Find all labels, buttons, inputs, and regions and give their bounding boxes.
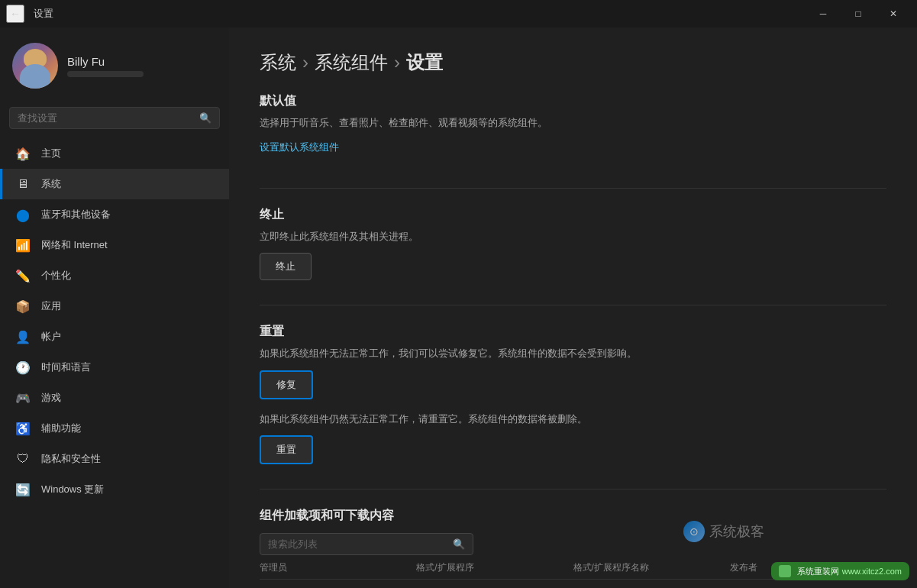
nav-label-home: 主页 [41, 147, 214, 160]
personalization-icon: ✏️ [15, 268, 31, 283]
user-account [67, 71, 144, 77]
addon-search-box[interactable]: 🔍 [260, 533, 473, 555]
nav-label-privacy: 隐私和安全性 [41, 452, 214, 466]
col-header-2: 格式/扩展程序 [416, 561, 573, 574]
minimize-button[interactable]: ─ [806, 2, 841, 26]
accounts-icon: 👤 [15, 329, 31, 344]
nav-label-accessibility: 辅助功能 [41, 422, 214, 435]
search-container: 🔍 [0, 101, 229, 138]
nav-label-update: Windows 更新 [41, 483, 214, 496]
titlebar: ← 设置 ─ □ ✕ [0, 0, 917, 27]
terminate-section: 终止 立即终止此系统组件及其相关进程。 终止 [260, 207, 886, 281]
titlebar-left: ← 设置 [6, 5, 53, 23]
nav-label-accounts: 帐户 [41, 330, 214, 344]
app-container: Billy Fu 🔍 🏠 主页 🖥 系统 ⬤ 蓝牙和其他设备 [0, 27, 917, 588]
terminate-button[interactable]: 终止 [260, 253, 312, 280]
sidebar-item-system[interactable]: 🖥 系统 [0, 169, 229, 199]
addon-title: 组件加载项和可下载内容 [260, 508, 886, 524]
sidebar-item-accessibility[interactable]: ♿ 辅助功能 [0, 413, 229, 444]
terminate-title: 终止 [260, 207, 886, 223]
repair-button[interactable]: 修复 [260, 370, 313, 399]
divider-2 [260, 305, 886, 305]
breadcrumb-sep2: › [394, 52, 400, 73]
breadcrumb-sep1: › [302, 52, 308, 73]
sidebar-item-time[interactable]: 🕐 时间和语言 [0, 352, 229, 383]
sidebar-item-apps[interactable]: 📦 应用 [0, 291, 229, 321]
search-box[interactable]: 🔍 [9, 107, 220, 129]
nav-label-apps: 应用 [41, 299, 214, 313]
nav-label-personalization: 个性化 [41, 269, 214, 283]
defaults-desc: 选择用于听音乐、查看照片、检查邮件、观看视频等的系统组件。 [260, 115, 886, 131]
breadcrumb-part2: 系统组件 [315, 50, 388, 75]
reset-desc1: 如果此系统组件无法正常工作，我们可以尝试修复它。系统组件的数据不会受到影响。 [260, 346, 886, 361]
divider-1 [260, 188, 886, 189]
brand-url: www.xitcz2.com [842, 567, 902, 576]
time-icon: 🕐 [15, 360, 31, 375]
apps-icon: 📦 [15, 299, 31, 314]
bluetooth-icon: ⬤ [15, 207, 31, 222]
sidebar-nav: 🏠 主页 🖥 系统 ⬤ 蓝牙和其他设备 📶 网络和 Internet ✏️ 个性… [0, 138, 229, 505]
sidebar-item-network[interactable]: 📶 网络和 Internet [0, 230, 229, 260]
terminate-desc: 立即终止此系统组件及其相关进程。 [260, 229, 886, 244]
system-icon: 🖥 [15, 176, 31, 192]
defaults-title: 默认值 [260, 93, 886, 109]
col-header-3: 格式/扩展程序名称 [573, 561, 730, 574]
sidebar-item-accounts[interactable]: 👤 帐户 [0, 321, 229, 352]
close-button[interactable]: ✕ [876, 2, 911, 26]
sidebar-item-update[interactable]: 🔄 Windows 更新 [0, 474, 229, 505]
defaults-link[interactable]: 设置默认系统组件 [260, 141, 339, 154]
back-button[interactable]: ← [6, 5, 24, 23]
sidebar-item-bluetooth[interactable]: ⬤ 蓝牙和其他设备 [0, 199, 229, 230]
reset-desc2: 如果此系统组件仍然无法正常工作，请重置它。系统组件的数据将被删除。 [260, 412, 886, 427]
nav-label-bluetooth: 蓝牙和其他设备 [41, 208, 214, 221]
sidebar: Billy Fu 🔍 🏠 主页 🖥 系统 ⬤ 蓝牙和其他设备 [0, 27, 229, 588]
brand-text: 系统重装网 [797, 566, 839, 577]
sidebar-item-home[interactable]: 🏠 主页 [0, 138, 229, 169]
sidebar-item-personalization[interactable]: ✏️ 个性化 [0, 260, 229, 291]
reset-section: 重置 如果此系统组件无法正常工作，我们可以尝试修复它。系统组件的数据不会受到影响… [260, 324, 886, 464]
sidebar-item-gaming[interactable]: 🎮 游戏 [0, 383, 229, 413]
main-content: 系统 › 系统组件 › 设置 默认值 选择用于听音乐、查看照片、检查邮件、观看视… [229, 27, 917, 588]
nav-label-system: 系统 [41, 177, 214, 191]
user-name: Billy Fu [67, 55, 217, 68]
search-icon: 🔍 [199, 112, 211, 124]
addon-search-icon: 🔍 [453, 538, 465, 550]
avatar [12, 43, 58, 89]
update-icon: 🔄 [15, 482, 31, 497]
brand-overlay: 系统重装网 www.xitcz2.com [771, 562, 909, 580]
addon-search-input[interactable] [268, 538, 447, 550]
titlebar-controls: ─ □ ✕ [806, 2, 911, 26]
nav-label-gaming: 游戏 [41, 391, 214, 405]
defaults-section: 默认值 选择用于听音乐、查看照片、检查邮件、观看视频等的系统组件。 设置默认系统… [260, 93, 886, 163]
sidebar-item-privacy[interactable]: 🛡 隐私和安全性 [0, 444, 229, 474]
divider-3 [260, 489, 886, 489]
privacy-icon: 🛡 [15, 451, 31, 467]
maximize-button[interactable]: □ [841, 2, 876, 26]
reset-title: 重置 [260, 324, 886, 340]
user-profile[interactable]: Billy Fu [0, 27, 229, 101]
col-header-1: 管理员 [260, 561, 416, 574]
breadcrumb-current: 设置 [406, 50, 443, 75]
reset-button[interactable]: 重置 [260, 435, 313, 464]
nav-label-network: 网络和 Internet [41, 238, 214, 252]
breadcrumb-part1: 系统 [260, 50, 296, 75]
search-input[interactable] [18, 112, 193, 124]
accessibility-icon: ♿ [15, 421, 31, 436]
gaming-icon: 🎮 [15, 390, 31, 405]
nav-label-time: 时间和语言 [41, 360, 214, 374]
breadcrumb: 系统 › 系统组件 › 设置 [260, 50, 886, 75]
user-info: Billy Fu [67, 55, 217, 77]
titlebar-title: 设置 [34, 7, 53, 21]
home-icon: 🏠 [15, 146, 31, 161]
network-icon: 📶 [15, 237, 31, 253]
